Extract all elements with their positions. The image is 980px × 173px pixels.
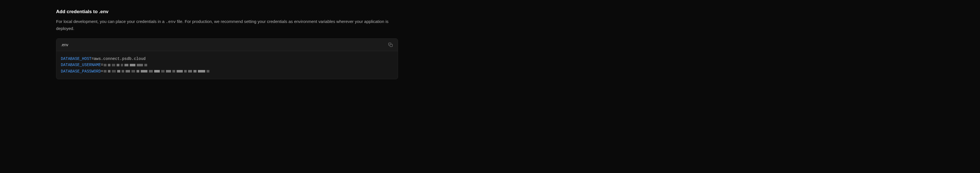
env-equals: = (101, 68, 103, 75)
code-line-username: DATABASE_USERNAME= (61, 62, 393, 68)
masked-username (104, 64, 147, 66)
code-content: DATABASE_HOST=aws.connect.psdb.cloud DAT… (56, 51, 398, 79)
env-equals: = (91, 56, 94, 62)
code-line-password: DATABASE_PASSWORD= (61, 68, 393, 75)
code-block: .env DATABASE_HOST=aws.connect.psdb.clou… (56, 38, 398, 79)
description-text-1: For local development, you can place you… (56, 19, 165, 24)
inline-code-env: .env (165, 20, 176, 24)
code-line-host: DATABASE_HOST=aws.connect.psdb.cloud (61, 56, 393, 62)
masked-password (104, 70, 209, 73)
env-key-username: DATABASE_USERNAME (61, 62, 101, 68)
env-value-host: aws.connect.psdb.cloud (94, 56, 146, 62)
copy-button[interactable] (388, 42, 393, 48)
env-key-password: DATABASE_PASSWORD (61, 68, 101, 75)
env-key-host: DATABASE_HOST (61, 56, 91, 62)
code-header: .env (56, 39, 398, 51)
clipboard-icon (388, 43, 393, 47)
section-title: Add credentials to .env (56, 9, 398, 14)
code-filename: .env (61, 43, 68, 47)
section-description: For local development, you can place you… (56, 19, 398, 32)
credentials-section: Add credentials to .env For local develo… (56, 9, 398, 79)
env-equals: = (101, 62, 103, 68)
svg-rect-0 (390, 44, 393, 47)
